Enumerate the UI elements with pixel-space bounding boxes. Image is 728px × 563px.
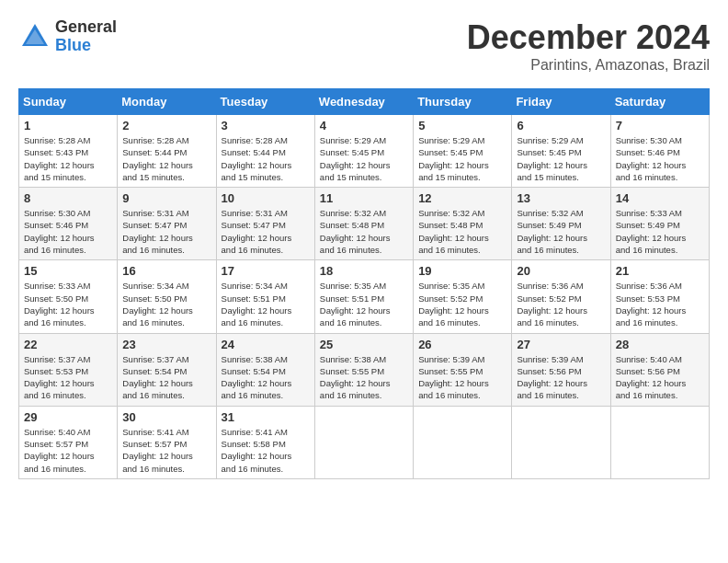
day-number: 17 bbox=[222, 264, 310, 278]
day-number: 11 bbox=[320, 191, 408, 205]
logo-icon bbox=[18, 20, 51, 53]
day-info: Sunrise: 5:41 AM Sunset: 5:57 PM Dayligh… bbox=[122, 426, 210, 475]
day-number: 24 bbox=[222, 338, 310, 351]
day-info: Sunrise: 5:40 AM Sunset: 5:56 PM Dayligh… bbox=[616, 353, 704, 402]
calendar-cell: 26Sunrise: 5:39 AM Sunset: 5:55 PM Dayli… bbox=[414, 333, 512, 406]
day-number: 26 bbox=[418, 338, 506, 351]
day-info: Sunrise: 5:29 AM Sunset: 5:45 PM Dayligh… bbox=[517, 134, 605, 183]
day-number: 30 bbox=[122, 410, 210, 424]
day-number: 16 bbox=[122, 264, 210, 278]
column-header-friday: Friday bbox=[512, 89, 610, 115]
week-row-1: 1Sunrise: 5:28 AM Sunset: 5:43 PM Daylig… bbox=[19, 115, 710, 188]
day-number: 21 bbox=[616, 264, 704, 278]
day-info: Sunrise: 5:33 AM Sunset: 5:50 PM Dayligh… bbox=[24, 280, 112, 328]
calendar-cell: 5Sunrise: 5:29 AM Sunset: 5:45 PM Daylig… bbox=[414, 115, 512, 188]
day-info: Sunrise: 5:30 AM Sunset: 5:46 PM Dayligh… bbox=[616, 134, 704, 183]
day-number: 15 bbox=[24, 264, 112, 278]
column-header-thursday: Thursday bbox=[414, 89, 512, 115]
day-info: Sunrise: 5:32 AM Sunset: 5:48 PM Dayligh… bbox=[320, 207, 408, 256]
day-info: Sunrise: 5:37 AM Sunset: 5:53 PM Dayligh… bbox=[24, 353, 112, 402]
calendar-cell: 12Sunrise: 5:32 AM Sunset: 5:48 PM Dayli… bbox=[414, 188, 512, 260]
day-number: 2 bbox=[122, 119, 210, 132]
day-info: Sunrise: 5:30 AM Sunset: 5:46 PM Dayligh… bbox=[24, 207, 112, 256]
day-number: 8 bbox=[24, 191, 112, 205]
day-number: 22 bbox=[24, 338, 112, 351]
day-info: Sunrise: 5:33 AM Sunset: 5:49 PM Dayligh… bbox=[616, 207, 704, 256]
day-info: Sunrise: 5:38 AM Sunset: 5:54 PM Dayligh… bbox=[222, 353, 310, 402]
day-number: 19 bbox=[418, 264, 506, 278]
calendar-cell: 28Sunrise: 5:40 AM Sunset: 5:56 PM Dayli… bbox=[610, 333, 709, 406]
day-number: 4 bbox=[320, 119, 408, 132]
day-info: Sunrise: 5:37 AM Sunset: 5:54 PM Dayligh… bbox=[122, 353, 210, 402]
day-number: 12 bbox=[418, 191, 506, 205]
calendar-cell: 18Sunrise: 5:35 AM Sunset: 5:51 PM Dayli… bbox=[314, 260, 413, 333]
page-header: General Blue December 2024 Parintins, Am… bbox=[18, 18, 710, 74]
calendar-cell: 30Sunrise: 5:41 AM Sunset: 5:57 PM Dayli… bbox=[118, 406, 216, 478]
day-info: Sunrise: 5:39 AM Sunset: 5:56 PM Dayligh… bbox=[517, 353, 605, 402]
day-number: 25 bbox=[320, 338, 408, 351]
day-number: 31 bbox=[222, 410, 310, 424]
calendar-cell bbox=[314, 406, 413, 478]
day-info: Sunrise: 5:31 AM Sunset: 5:47 PM Dayligh… bbox=[222, 207, 310, 256]
calendar-body: 1Sunrise: 5:28 AM Sunset: 5:43 PM Daylig… bbox=[19, 115, 710, 479]
month-title: December 2024 bbox=[467, 18, 710, 57]
day-info: Sunrise: 5:36 AM Sunset: 5:52 PM Dayligh… bbox=[517, 280, 605, 328]
calendar-cell: 4Sunrise: 5:29 AM Sunset: 5:45 PM Daylig… bbox=[314, 115, 413, 188]
calendar-cell bbox=[512, 406, 610, 478]
day-info: Sunrise: 5:28 AM Sunset: 5:43 PM Dayligh… bbox=[24, 134, 112, 183]
day-info: Sunrise: 5:35 AM Sunset: 5:52 PM Dayligh… bbox=[418, 280, 506, 328]
day-info: Sunrise: 5:41 AM Sunset: 5:58 PM Dayligh… bbox=[222, 426, 310, 475]
calendar-cell: 19Sunrise: 5:35 AM Sunset: 5:52 PM Dayli… bbox=[414, 260, 512, 333]
calendar-cell: 16Sunrise: 5:34 AM Sunset: 5:50 PM Dayli… bbox=[118, 260, 216, 333]
logo-text: General Blue bbox=[55, 18, 117, 55]
calendar-cell: 11Sunrise: 5:32 AM Sunset: 5:48 PM Dayli… bbox=[314, 188, 413, 260]
logo-blue-label: Blue bbox=[55, 37, 117, 55]
logo-general-label: General bbox=[55, 18, 117, 37]
day-info: Sunrise: 5:32 AM Sunset: 5:48 PM Dayligh… bbox=[418, 207, 506, 256]
day-number: 23 bbox=[122, 338, 210, 351]
day-info: Sunrise: 5:29 AM Sunset: 5:45 PM Dayligh… bbox=[418, 134, 506, 183]
day-number: 28 bbox=[616, 338, 704, 351]
calendar-cell: 24Sunrise: 5:38 AM Sunset: 5:54 PM Dayli… bbox=[216, 333, 314, 406]
calendar-cell: 13Sunrise: 5:32 AM Sunset: 5:49 PM Dayli… bbox=[512, 188, 610, 260]
calendar-cell: 8Sunrise: 5:30 AM Sunset: 5:46 PM Daylig… bbox=[19, 188, 118, 260]
week-row-5: 29Sunrise: 5:40 AM Sunset: 5:57 PM Dayli… bbox=[19, 406, 710, 478]
calendar-cell: 21Sunrise: 5:36 AM Sunset: 5:53 PM Dayli… bbox=[610, 260, 709, 333]
title-area: December 2024 Parintins, Amazonas, Brazi… bbox=[467, 18, 710, 74]
day-number: 9 bbox=[122, 191, 210, 205]
calendar-cell: 9Sunrise: 5:31 AM Sunset: 5:47 PM Daylig… bbox=[118, 188, 216, 260]
week-row-3: 15Sunrise: 5:33 AM Sunset: 5:50 PM Dayli… bbox=[19, 260, 710, 333]
calendar-header: SundayMondayTuesdayWednesdayThursdayFrid… bbox=[19, 89, 710, 115]
day-number: 27 bbox=[517, 338, 605, 351]
day-number: 18 bbox=[320, 264, 408, 278]
calendar-cell: 27Sunrise: 5:39 AM Sunset: 5:56 PM Dayli… bbox=[512, 333, 610, 406]
column-header-monday: Monday bbox=[118, 89, 216, 115]
location-title: Parintins, Amazonas, Brazil bbox=[467, 57, 710, 74]
calendar-cell: 6Sunrise: 5:29 AM Sunset: 5:45 PM Daylig… bbox=[512, 115, 610, 188]
calendar-cell bbox=[414, 406, 512, 478]
day-number: 13 bbox=[517, 191, 605, 205]
calendar-cell: 31Sunrise: 5:41 AM Sunset: 5:58 PM Dayli… bbox=[216, 406, 314, 478]
day-number: 1 bbox=[24, 119, 112, 132]
logo: General Blue bbox=[18, 18, 117, 55]
calendar-cell: 1Sunrise: 5:28 AM Sunset: 5:43 PM Daylig… bbox=[19, 115, 118, 188]
calendar-cell: 25Sunrise: 5:38 AM Sunset: 5:55 PM Dayli… bbox=[314, 333, 413, 406]
day-number: 14 bbox=[616, 191, 704, 205]
day-number: 20 bbox=[517, 264, 605, 278]
column-header-tuesday: Tuesday bbox=[216, 89, 314, 115]
day-number: 6 bbox=[517, 119, 605, 132]
week-row-2: 8Sunrise: 5:30 AM Sunset: 5:46 PM Daylig… bbox=[19, 188, 710, 260]
day-number: 5 bbox=[418, 119, 506, 132]
column-header-wednesday: Wednesday bbox=[314, 89, 413, 115]
calendar-cell: 2Sunrise: 5:28 AM Sunset: 5:44 PM Daylig… bbox=[118, 115, 216, 188]
day-number: 10 bbox=[222, 191, 310, 205]
day-info: Sunrise: 5:34 AM Sunset: 5:50 PM Dayligh… bbox=[122, 280, 210, 328]
day-info: Sunrise: 5:35 AM Sunset: 5:51 PM Dayligh… bbox=[320, 280, 408, 328]
week-row-4: 22Sunrise: 5:37 AM Sunset: 5:53 PM Dayli… bbox=[19, 333, 710, 406]
day-number: 29 bbox=[24, 410, 112, 424]
day-info: Sunrise: 5:32 AM Sunset: 5:49 PM Dayligh… bbox=[517, 207, 605, 256]
day-number: 7 bbox=[616, 119, 704, 132]
day-info: Sunrise: 5:40 AM Sunset: 5:57 PM Dayligh… bbox=[24, 426, 112, 475]
day-info: Sunrise: 5:34 AM Sunset: 5:51 PM Dayligh… bbox=[222, 280, 310, 328]
day-number: 3 bbox=[222, 119, 310, 132]
